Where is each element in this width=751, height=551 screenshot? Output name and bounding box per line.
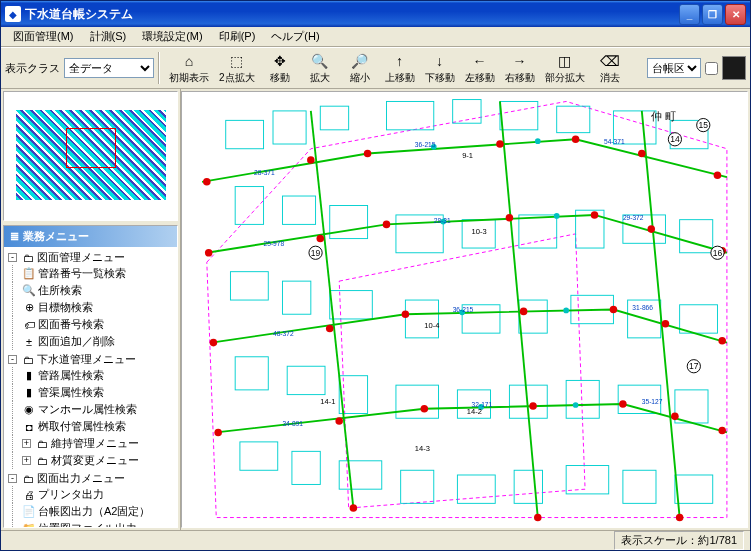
sidebar: ≣業務メニュー -🗀図面管理メニュー 📋管路番号一覧検索 🔍住所検索 ⊕目標物検… (1, 89, 181, 530)
toolbar-checkbox[interactable] (705, 62, 718, 75)
tree-item[interactable]: 📋管路番号一覧検索 (22, 266, 175, 281)
svg-rect-1 (273, 111, 306, 144)
svg-point-56 (591, 211, 599, 219)
svg-text:48-372: 48-372 (273, 330, 294, 337)
close-button[interactable]: ✕ (725, 4, 746, 25)
svg-point-45 (203, 178, 211, 186)
manhole-icon: ◉ (22, 403, 36, 416)
svg-point-55 (506, 214, 514, 222)
display-class-label: 表示クラス (5, 61, 60, 76)
map-view[interactable]: 14 15 16 17 18 19 仲 町 28-37136-21554-371… (181, 91, 748, 528)
minimize-button[interactable]: _ (679, 4, 700, 25)
svg-rect-28 (287, 366, 325, 394)
tree-item[interactable]: +🗀材質変更メニュー (22, 453, 175, 468)
svg-text:35-127: 35-127 (642, 398, 663, 405)
pan-up-button[interactable]: ↑上移動 (380, 49, 420, 87)
tree-item[interactable]: ⊕目標物検索 (22, 300, 175, 315)
tree-item[interactable]: 🔍住所検索 (22, 283, 175, 298)
overview-viewport-box[interactable] (66, 128, 116, 168)
tree-item[interactable]: 🏷図面番号検索 (22, 317, 175, 332)
folder-icon: 🗀 (35, 438, 49, 450)
svg-text:29-372: 29-372 (623, 214, 644, 221)
svg-point-57 (647, 225, 655, 233)
svg-point-49 (572, 136, 580, 144)
svg-text:15: 15 (699, 120, 709, 130)
initial-view-button[interactable]: ⌂初期表示 (164, 49, 214, 87)
tree-item[interactable]: ▮管渠属性検索 (22, 385, 175, 400)
svg-text:54-371: 54-371 (604, 138, 625, 145)
svg-point-81 (563, 308, 569, 314)
tree-item[interactable]: 📄台帳図出力（A2固定） (22, 504, 175, 519)
menu-help[interactable]: ヘルプ(H) (263, 27, 327, 46)
two-point-zoom-button[interactable]: ⬚2点拡大 (214, 49, 260, 87)
add-remove-icon: ± (22, 336, 36, 348)
tree-output-menu[interactable]: -🗀図面出力メニュー (8, 471, 175, 486)
map-canvas[interactable]: 14 15 16 17 18 19 仲 町 28-37136-21554-371… (182, 92, 747, 527)
svg-rect-38 (339, 461, 382, 489)
menubar: 図面管理(M) 計測(S) 環境設定(M) 印刷(P) ヘルプ(H) (1, 27, 750, 47)
tree-sewer-menu[interactable]: -🗀下水道管理メニュー (8, 352, 175, 367)
search-icon: 🔍 (22, 284, 36, 297)
svg-rect-44 (675, 475, 713, 503)
tree-item[interactable]: +🗀維持管理メニュー (22, 436, 175, 451)
tree-item[interactable]: ◉マンホール属性検索 (22, 402, 175, 417)
app-icon: ◆ (5, 6, 21, 22)
basin-icon: ◘ (22, 421, 36, 433)
eraser-icon: ⌫ (601, 52, 619, 70)
menu-env[interactable]: 環境設定(M) (134, 27, 211, 46)
svg-rect-37 (292, 451, 320, 484)
svg-text:28-31: 28-31 (434, 217, 451, 224)
display-class-select[interactable]: 全データ (64, 58, 154, 78)
svg-point-72 (718, 427, 726, 435)
svg-rect-39 (401, 470, 434, 503)
home-icon: ⌂ (180, 52, 198, 70)
menu-measure[interactable]: 計測(S) (82, 27, 135, 46)
svg-text:31-866: 31-866 (632, 304, 653, 311)
svg-text:14-3: 14-3 (415, 444, 430, 453)
svg-rect-6 (557, 106, 590, 132)
svg-text:19: 19 (311, 248, 321, 258)
scale-display: 表示スケール：約1/781 (614, 531, 744, 550)
zoom-in-icon: 🔍 (311, 52, 329, 70)
svg-point-50 (638, 150, 646, 158)
menu-print[interactable]: 印刷(P) (211, 27, 264, 46)
svg-point-68 (421, 405, 429, 413)
move-button[interactable]: ✥移動 (260, 49, 300, 87)
color-swatch-button[interactable] (722, 56, 746, 80)
menu-tree-title: ≣業務メニュー (4, 226, 177, 247)
book-icon: ≣ (10, 230, 19, 243)
tree-drawing-menu[interactable]: -🗀図面管理メニュー (8, 250, 175, 265)
svg-rect-3 (386, 101, 433, 129)
svg-point-51 (714, 171, 722, 179)
svg-point-48 (496, 140, 504, 148)
svg-text:10-3: 10-3 (472, 227, 487, 236)
pan-left-button[interactable]: ←左移動 (460, 49, 500, 87)
titlebar: ◆ 下水道台帳システム _ ❐ ✕ (1, 1, 750, 27)
svg-point-77 (535, 138, 541, 144)
pan-down-button[interactable]: ↓下移動 (420, 49, 460, 87)
tree-item[interactable]: 📁位置図ファイル出力 (22, 521, 175, 528)
svg-rect-26 (680, 305, 718, 333)
overview-map[interactable] (3, 91, 178, 221)
clear-button[interactable]: ⌫消去 (590, 49, 630, 87)
maximize-button[interactable]: ❐ (702, 4, 723, 25)
partial-zoom-button[interactable]: ◫部分拡大 (540, 49, 590, 87)
svg-point-66 (214, 429, 222, 437)
ledger-select[interactable]: 台帳区 (647, 58, 701, 78)
tree-item[interactable]: ◘桝取付管属性検索 (22, 419, 175, 434)
zoom-out-button[interactable]: 🔎縮小 (340, 49, 380, 87)
pan-right-button[interactable]: →右移動 (500, 49, 540, 87)
tree-item[interactable]: 🖨プリンタ出力 (22, 487, 175, 502)
svg-point-54 (383, 221, 391, 229)
tree-item[interactable]: ±図面追加／削除 (22, 334, 175, 349)
tree-item[interactable]: ▮管路属性検索 (22, 368, 175, 383)
svg-point-63 (610, 306, 618, 314)
svg-point-79 (554, 213, 560, 219)
svg-point-71 (671, 413, 679, 421)
arrow-right-icon: → (511, 52, 529, 70)
svg-text:14-2: 14-2 (467, 407, 482, 416)
svg-rect-35 (675, 390, 708, 423)
svg-rect-18 (230, 272, 268, 300)
zoom-in-button[interactable]: 🔍拡大 (300, 49, 340, 87)
menu-drawing[interactable]: 図面管理(M) (5, 27, 82, 46)
